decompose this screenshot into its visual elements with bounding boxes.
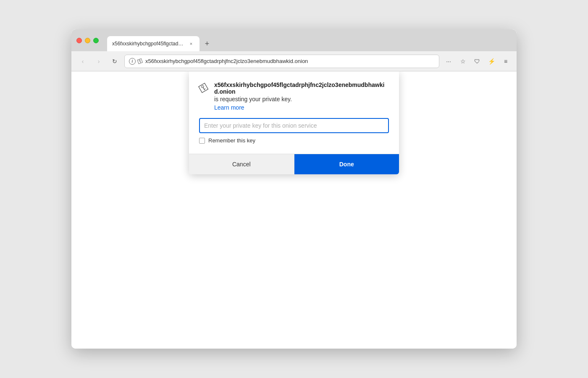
learn-more-link[interactable]: Learn more: [214, 104, 244, 111]
dialog-body: ⚿ x56fxxskirhybchgpof45flgctadrphjfnc2jc…: [189, 71, 399, 154]
maximize-traffic-light[interactable]: [93, 38, 99, 43]
browser-window: x56fxxskirhybchgpof45flgctadrphj… × + ‹ …: [71, 29, 517, 349]
back-button[interactable]: ‹: [76, 55, 89, 68]
extension-button[interactable]: ⚡: [486, 55, 497, 67]
tab-close-button[interactable]: ×: [188, 40, 194, 47]
dialog-subtitle: is requesting your private key.: [214, 96, 389, 102]
dialog-footer: Cancel Done: [189, 154, 399, 174]
key-icon: ⚿: [197, 81, 210, 95]
shield-icon: 🛡: [474, 58, 480, 65]
reload-button[interactable]: ↻: [108, 55, 121, 68]
nav-actions: ··· ☆ 🛡 ⚡ ≡: [443, 55, 512, 67]
forward-button[interactable]: ›: [92, 55, 105, 68]
reload-icon: ↻: [112, 58, 117, 65]
tab-bar: x56fxxskirhybchgpof45flgctadrphj… × +: [107, 29, 512, 51]
traffic-lights: [76, 38, 99, 43]
menu-button[interactable]: ≡: [500, 55, 512, 67]
private-key-dialog: ⚿ x56fxxskirhybchgpof45flgctadrphjfnc2jc…: [189, 71, 399, 174]
title-bar: x56fxxskirhybchgpof45flgctadrphj… × +: [71, 29, 517, 51]
private-key-input[interactable]: [199, 118, 389, 133]
new-tab-button[interactable]: +: [201, 38, 213, 50]
more-button[interactable]: ···: [443, 55, 454, 67]
dialog-domain: x56fxxskirhybchgpof45flgctadrphjfnc2jclz…: [214, 81, 389, 95]
key-url-icon: ⚿: [136, 57, 144, 65]
minimize-traffic-light[interactable]: [85, 38, 90, 43]
dialog-overlay: ⚿ x56fxxskirhybchgpof45flgctadrphjfnc2jc…: [71, 71, 517, 349]
active-tab[interactable]: x56fxxskirhybchgpof45flgctadrphj… ×: [107, 36, 200, 51]
back-icon: ‹: [82, 58, 84, 65]
remember-label[interactable]: Remember this key: [208, 137, 255, 144]
info-icon: i: [129, 58, 136, 65]
browser-content: ⚿ x56fxxskirhybchgpof45flgctadrphjfnc2jc…: [71, 71, 517, 349]
url-bar[interactable]: i ⚿ x56fxxskirhybchgpof45flgctadrphjfnc2…: [124, 55, 439, 68]
dialog-header-text: x56fxxskirhybchgpof45flgctadrphjfnc2jclz…: [214, 81, 389, 111]
extension-icon: ⚡: [488, 58, 495, 65]
close-traffic-light[interactable]: [76, 38, 82, 43]
remember-checkbox[interactable]: [199, 138, 205, 144]
url-text: x56fxxskirhybchgpof45flgctadrphjfnc2jclz…: [145, 58, 435, 64]
remember-row: Remember this key: [199, 137, 389, 144]
tab-title: x56fxxskirhybchgpof45flgctadrphj…: [112, 41, 184, 47]
cancel-button[interactable]: Cancel: [189, 154, 294, 174]
dialog-header: ⚿ x56fxxskirhybchgpof45flgctadrphjfnc2jc…: [199, 81, 389, 111]
url-security-icons: i ⚿: [129, 58, 143, 65]
bookmark-button[interactable]: ☆: [457, 55, 469, 67]
done-button[interactable]: Done: [294, 154, 399, 174]
shield-button[interactable]: 🛡: [471, 55, 483, 67]
forward-icon: ›: [98, 58, 100, 65]
navigation-bar: ‹ › ↻ i ⚿ x56fxxskirhybchgpof45flgctadrp…: [71, 51, 517, 71]
